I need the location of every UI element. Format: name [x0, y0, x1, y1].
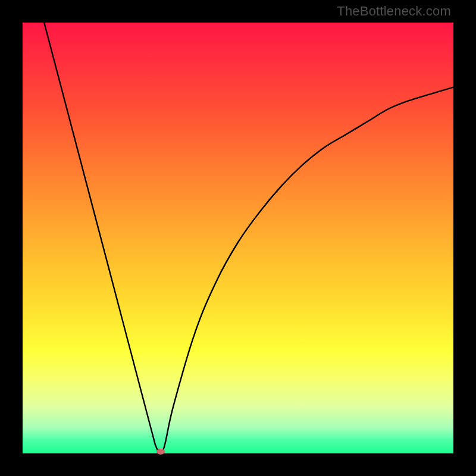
watermark-text: TheBottleneck.com: [337, 4, 451, 19]
chart-frame: TheBottleneck.com: [0, 0, 476, 476]
plot-area: [23, 23, 453, 453]
